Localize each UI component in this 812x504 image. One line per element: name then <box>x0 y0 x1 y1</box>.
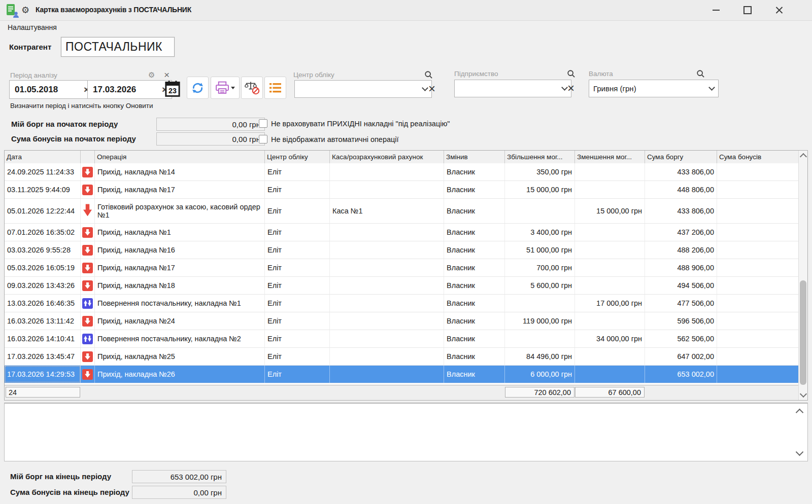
cell-date: 24.09.2025 11:24:33 <box>5 163 81 181</box>
period-gear-icon[interactable]: ⚙ <box>148 70 155 80</box>
receipt-in-icon <box>82 227 93 238</box>
decrease-total-box: 67 600,00 <box>575 387 645 398</box>
detail-scroll-down-icon[interactable] <box>796 448 804 456</box>
table-row[interactable]: 05.03.2026 16:05:19Прихід, накладна №17Е… <box>5 259 799 277</box>
cell-cash_account <box>330 163 444 181</box>
cell-icon <box>81 224 95 241</box>
cell-decrease <box>575 241 645 259</box>
table-row[interactable]: 16.03.2026 13:11:42Прихід, накладна №24Е… <box>5 312 799 330</box>
cell-date: 09.03.2026 13:43:26 <box>5 277 81 294</box>
date-to-field[interactable]: 17.03.2026 × <box>87 80 172 99</box>
cell-debt: 494 506,00 <box>645 277 717 294</box>
column-header-cash_account[interactable]: Каса/розрахунковий рахунок <box>330 151 444 163</box>
accounting-center-combobox[interactable] <box>294 80 432 98</box>
accounting-center-search-icon[interactable] <box>424 70 433 79</box>
date-from-field[interactable]: 01.05.2018 × <box>9 80 94 99</box>
checkbox-exclude-incoming[interactable] <box>259 119 267 128</box>
cell-increase: 15 000,00 грн <box>505 181 575 198</box>
cell-debt: 488 906,00 <box>645 259 717 276</box>
enterprise-combobox[interactable] <box>454 80 571 97</box>
cell-center: Еліт <box>265 224 330 241</box>
list-icon <box>269 82 282 94</box>
cell-bonus <box>717 199 799 223</box>
cell-cash_account <box>330 259 444 276</box>
minimize-button[interactable] <box>704 0 728 20</box>
cell-bonus <box>717 330 799 347</box>
table-row[interactable]: 05.01.2026 12:22:44Готівковий розрахунок… <box>5 199 799 224</box>
table-row[interactable]: 13.03.2026 16:46:35Повернення постачальн… <box>5 295 799 312</box>
operations-table: ДатаОпераціяЦентр облікуКаса/розрахунков… <box>4 150 808 401</box>
close-button[interactable] <box>767 0 791 20</box>
cell-operation: Прихід, накладна №26 <box>95 366 265 383</box>
cell-icon <box>81 181 95 198</box>
calendar-button[interactable]: 23 <box>165 80 180 97</box>
cell-bonus <box>717 224 799 241</box>
enterprise-search-icon[interactable] <box>567 69 576 78</box>
table-row[interactable]: 17.03.2026 14:29:53Прихід, накладна №26Е… <box>5 366 799 383</box>
column-header-debt[interactable]: Сума боргу <box>645 151 717 163</box>
cell-increase: 700,00 грн <box>505 259 575 276</box>
details-list-button[interactable] <box>264 77 286 99</box>
cell-increase: 5 600,00 грн <box>505 277 575 294</box>
cell-icon <box>81 295 95 312</box>
cell-bonus <box>717 277 799 294</box>
end-bonus-label: Сума бонусів на кінець періоду <box>10 488 129 496</box>
checkbox-hide-auto-operations[interactable] <box>259 135 267 143</box>
cell-debt: 433 806,00 <box>645 199 717 223</box>
cell-changed_by: Власник <box>444 224 505 241</box>
cell-decrease <box>575 181 645 198</box>
detail-scroll-up-icon[interactable] <box>796 409 804 417</box>
maximize-button[interactable] <box>736 0 759 20</box>
currency-combobox[interactable]: Гривня (грн) <box>589 80 719 97</box>
print-dropdown-icon <box>231 87 235 89</box>
table-row[interactable]: 09.03.2026 13:43:26Прихід, накладна №18Е… <box>5 277 799 295</box>
column-header-operation[interactable]: Операція <box>95 151 265 163</box>
cell-changed_by: Власник <box>444 348 505 365</box>
table-row[interactable]: 24.09.2025 11:24:33Прихід, накладна №14Е… <box>5 163 799 181</box>
cell-decrease <box>575 163 645 181</box>
scroll-up-icon[interactable] <box>800 153 807 160</box>
scroll-down-icon[interactable] <box>800 390 807 398</box>
menu-settings[interactable]: Налаштування <box>8 23 57 31</box>
exclude-weighing-button[interactable] <box>241 77 263 99</box>
cell-decrease <box>575 366 645 383</box>
start-debt-field: 0,00 грн <box>156 118 265 131</box>
column-header-increase[interactable]: Збільшення мог... <box>505 151 575 163</box>
cell-decrease <box>575 224 645 241</box>
vertical-scrollbar[interactable] <box>798 151 807 400</box>
enterprise-clear-icon[interactable]: × <box>567 83 574 93</box>
table-row[interactable]: 16.03.2026 14:10:41Повернення постачальн… <box>5 330 799 348</box>
cell-increase: 3 400,00 грн <box>505 224 575 241</box>
cell-center: Еліт <box>265 330 330 347</box>
cell-date: 16.03.2026 14:10:41 <box>5 330 81 347</box>
table-row[interactable]: 07.01.2026 16:35:02Прихід, накладна №1Ел… <box>5 224 799 241</box>
cell-changed_by: Власник <box>444 277 505 294</box>
column-header-center[interactable]: Центр обліку <box>265 151 330 163</box>
cell-icon <box>81 366 95 383</box>
table-row[interactable]: 03.03.2026 9:55:28Прихід, накладна №16Ел… <box>5 241 799 259</box>
refresh-button[interactable] <box>187 77 209 99</box>
cell-operation: Повернення постачальнику, накладна №2 <box>95 330 265 347</box>
table-row[interactable]: 03.11.2025 9:44:09Прихід, накладна №17Ел… <box>5 181 799 199</box>
cell-date: 03.03.2026 9:55:28 <box>5 241 81 259</box>
column-header-decrease[interactable]: Зменшення мог... <box>575 151 645 163</box>
currency-search-icon[interactable] <box>696 69 705 78</box>
contragent-input[interactable]: ПОСТАЧАЛЬНИК <box>61 37 175 57</box>
printer-icon <box>215 81 229 94</box>
table-row[interactable]: 17.03.2026 13:45:47Прихід, накладна №25Е… <box>5 348 799 366</box>
accounting-center-clear-icon[interactable]: × <box>428 84 435 94</box>
period-clear-icon[interactable]: × <box>164 71 170 79</box>
increase-total-box: 720 602,00 <box>505 387 574 398</box>
vertical-scrollbar-thumb[interactable] <box>800 280 806 385</box>
cell-icon <box>81 277 95 294</box>
cell-changed_by: Власник <box>444 312 505 330</box>
cell-changed_by: Власник <box>444 163 505 181</box>
print-button[interactable] <box>211 77 240 99</box>
column-header-icon[interactable] <box>81 151 95 163</box>
column-header-changed_by[interactable]: Змінив <box>444 151 505 163</box>
column-header-date[interactable]: Дата <box>5 151 81 163</box>
maximize-icon <box>743 6 752 14</box>
detail-panel[interactable] <box>4 403 808 461</box>
cell-date: 17.03.2026 13:45:47 <box>5 348 81 365</box>
column-header-bonus[interactable]: Сума бонусів <box>717 151 799 163</box>
